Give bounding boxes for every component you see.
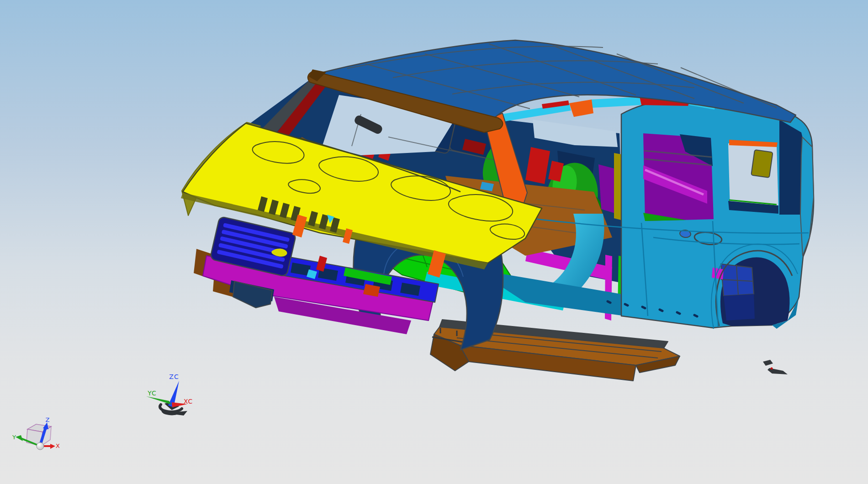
wcs-x-label[interactable]: XC	[184, 398, 193, 405]
floating-part-red-dot	[771, 368, 773, 370]
b-pillar-gold-strip[interactable]	[614, 153, 621, 220]
quarter-window[interactable]	[728, 140, 778, 214]
abs-z-label[interactable]: Z	[46, 416, 50, 423]
quarter-olive-bracket[interactable]	[751, 150, 773, 178]
wcs-z-label[interactable]: ZC	[169, 373, 179, 380]
abs-x-label[interactable]: X	[56, 442, 60, 449]
abs-y-label[interactable]: Y	[12, 434, 16, 441]
abs-origin-sphere[interactable]	[37, 442, 44, 450]
cad-viewport[interactable]: ZC YC XC Z Y X	[0, 0, 868, 484]
arch-blue-box-lower	[724, 294, 755, 321]
rear-door-window[interactable]	[643, 133, 714, 221]
wcs-y-label[interactable]: YC	[147, 389, 157, 397]
cad-canvas[interactable]: ZC YC XC Z Y X	[0, 0, 868, 484]
